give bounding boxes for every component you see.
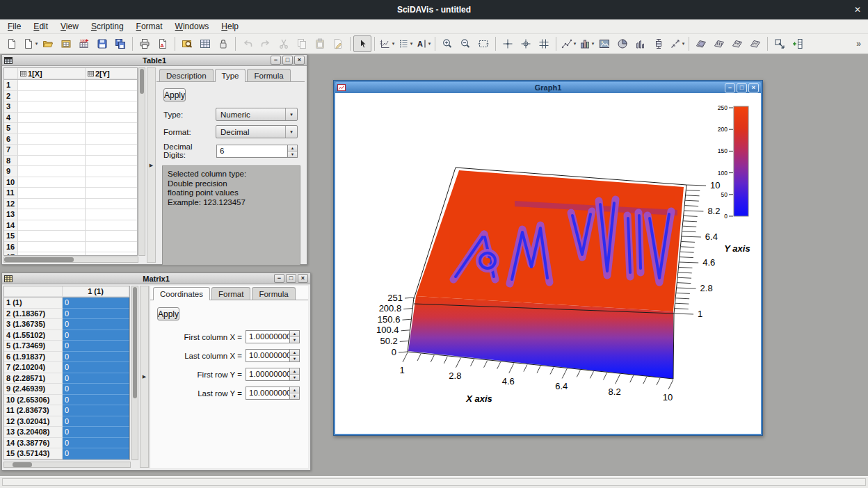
graph1-maximize-button[interactable]: □ bbox=[737, 83, 747, 92]
data-reader-button[interactable] bbox=[499, 35, 517, 52]
table-cell[interactable] bbox=[86, 199, 138, 210]
table-row-header[interactable]: 7 bbox=[4, 145, 18, 156]
zoom-out-button[interactable] bbox=[456, 35, 474, 52]
table-cell[interactable] bbox=[86, 156, 138, 167]
coordinate-value[interactable]: 10.00000000 bbox=[246, 387, 290, 400]
menu-windows[interactable]: Windows bbox=[169, 20, 216, 33]
matrix-column-header[interactable]: 1 (1) bbox=[63, 286, 129, 297]
digits-spin-down-icon[interactable]: ▼ bbox=[288, 151, 297, 157]
matrix-cell[interactable]: 0 bbox=[63, 427, 129, 438]
table1-maximize-button[interactable]: □ bbox=[282, 56, 293, 65]
type-select[interactable]: Numeric ▾ bbox=[216, 108, 298, 121]
table-cell[interactable] bbox=[86, 177, 138, 188]
table-cell[interactable] bbox=[86, 252, 138, 256]
matrix-corner-cell[interactable] bbox=[4, 286, 63, 297]
plot-pie-button[interactable] bbox=[613, 35, 632, 52]
matrix-cell[interactable]: 0 bbox=[63, 352, 129, 363]
menu-scripting[interactable]: Scripting bbox=[85, 20, 130, 33]
table1-panel-collapse-handle[interactable]: ▶ bbox=[147, 67, 156, 263]
matrix-row-header[interactable]: 6 (1.91837) bbox=[4, 352, 63, 363]
table-row-header[interactable]: 17 bbox=[4, 252, 18, 256]
graph1-canvas[interactable]: 251200.8150.6100.450.2012.84.66.48.210X … bbox=[335, 93, 761, 434]
spin-up-icon[interactable]: ▲ bbox=[290, 331, 299, 336]
table-row-header[interactable]: 5 bbox=[4, 123, 18, 134]
menu-view[interactable]: View bbox=[54, 20, 85, 33]
matrix-cell[interactable]: 0 bbox=[63, 416, 129, 428]
tab-format[interactable]: Format bbox=[211, 287, 250, 300]
coordinate-value[interactable]: 10.00000000 bbox=[246, 349, 290, 362]
add-curve-dropdown-icon[interactable]: ▾ bbox=[392, 41, 395, 47]
print-button[interactable] bbox=[136, 35, 154, 52]
matrix1-minimize-button[interactable]: − bbox=[274, 274, 284, 283]
matrix-row-header[interactable]: 8 (2.28571) bbox=[4, 373, 63, 384]
table-cell[interactable] bbox=[18, 220, 86, 231]
matrix-row-header[interactable]: 1 (1) bbox=[4, 298, 63, 309]
matrix-row-header[interactable]: 4 (1.55102) bbox=[4, 330, 63, 341]
table-cell[interactable] bbox=[18, 252, 86, 256]
rescale-to-show-all-button[interactable] bbox=[474, 35, 492, 52]
app-close-icon[interactable]: ✕ bbox=[854, 5, 861, 15]
plot-3d-surface-button[interactable] bbox=[692, 35, 710, 52]
menu-help[interactable]: Help bbox=[215, 20, 245, 33]
table-row-header[interactable]: 12 bbox=[4, 199, 18, 210]
resize-window-button[interactable] bbox=[771, 35, 789, 52]
table-cell[interactable] bbox=[86, 91, 138, 102]
table-cell[interactable] bbox=[86, 101, 138, 113]
copy-button[interactable] bbox=[293, 35, 311, 52]
plot-bars-button[interactable]: ▾ bbox=[577, 35, 595, 52]
coordinate-value[interactable]: 1.000000000 bbox=[246, 330, 290, 343]
coordinate-stepper[interactable]: 10.00000000▲▼ bbox=[246, 349, 300, 362]
plot-vectors-dropdown-icon[interactable]: ▾ bbox=[682, 41, 685, 47]
table-cell[interactable] bbox=[86, 145, 138, 156]
new-aspect-dropdown-icon[interactable]: ▾ bbox=[35, 41, 38, 47]
plot-vectors-button[interactable]: ▾ bbox=[668, 35, 686, 52]
table-row-header[interactable]: 13 bbox=[4, 209, 18, 220]
table-cell[interactable] bbox=[18, 123, 86, 134]
spin-down-icon[interactable]: ▼ bbox=[290, 336, 299, 343]
table-row-header[interactable]: 2 bbox=[4, 91, 18, 102]
matrix1-vertical-scrollbar[interactable] bbox=[131, 286, 138, 460]
table-cell[interactable] bbox=[18, 242, 86, 253]
table1-close-button[interactable]: × bbox=[294, 56, 305, 65]
show-log-button[interactable] bbox=[196, 35, 214, 52]
coordinate-value[interactable]: 1.000000000 bbox=[246, 368, 290, 381]
matrix-cell[interactable]: 0 bbox=[63, 330, 129, 341]
table-cell[interactable] bbox=[18, 145, 86, 156]
table1-vertical-scrollbar[interactable] bbox=[138, 67, 145, 256]
matrix-cell[interactable]: 0 bbox=[63, 309, 129, 320]
pointer-button[interactable] bbox=[353, 35, 371, 52]
plot-bars-dropdown-icon[interactable]: ▾ bbox=[592, 41, 595, 47]
table-cell[interactable] bbox=[18, 80, 86, 91]
menu-file[interactable]: File bbox=[1, 20, 27, 33]
table-row-header[interactable]: 10 bbox=[4, 177, 18, 188]
spin-up-icon[interactable]: ▲ bbox=[290, 368, 299, 374]
matrix-cell[interactable]: 0 bbox=[63, 341, 129, 352]
table-cell[interactable] bbox=[18, 156, 86, 167]
table1-apply-button[interactable]: Apply bbox=[163, 88, 186, 101]
format-select[interactable]: Decimal ▾ bbox=[216, 125, 298, 138]
new-project-button[interactable] bbox=[3, 35, 21, 52]
add-curve-button[interactable]: ▾ bbox=[378, 35, 396, 52]
plot-line-button[interactable]: ▾ bbox=[559, 35, 577, 52]
menu-edit[interactable]: Edit bbox=[27, 20, 54, 33]
table-row-header[interactable]: 15 bbox=[4, 231, 18, 242]
table-cell[interactable] bbox=[18, 134, 86, 145]
matrix-row-header[interactable]: 5 (1.73469) bbox=[4, 341, 63, 352]
matrix1-apply-button[interactable]: Apply bbox=[157, 307, 179, 320]
toolbar-overflow-icon[interactable]: » bbox=[852, 39, 865, 49]
zoom-in-button[interactable] bbox=[438, 35, 456, 52]
digits-spin-up-icon[interactable]: ▲ bbox=[288, 145, 297, 151]
paste-button[interactable] bbox=[311, 35, 329, 52]
matrix-cell[interactable]: 0 bbox=[63, 405, 129, 416]
table-row-header[interactable]: 8 bbox=[4, 156, 18, 167]
table-cell[interactable] bbox=[18, 91, 86, 102]
spin-down-icon[interactable]: ▼ bbox=[290, 355, 299, 361]
matrix-row-header[interactable]: 12 (3.02041) bbox=[4, 416, 63, 428]
table-cell[interactable] bbox=[18, 188, 86, 199]
table-cell[interactable] bbox=[86, 220, 138, 231]
project-explorer-button[interactable] bbox=[178, 35, 196, 52]
table-row-header[interactable]: 6 bbox=[4, 134, 18, 145]
table-cell[interactable] bbox=[18, 209, 86, 220]
matrix1-panel-collapse-handle[interactable]: ▶ bbox=[140, 286, 149, 468]
add-text-button[interactable]: A▾ bbox=[414, 35, 432, 52]
